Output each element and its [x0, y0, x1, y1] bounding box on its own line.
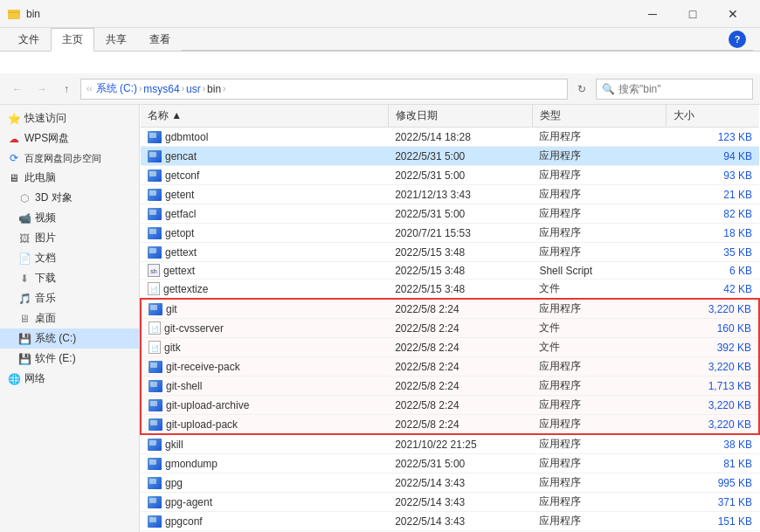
sidebar-label-pictures: 图片: [35, 231, 56, 245]
breadcrumb-chevron-2: ›: [182, 84, 184, 93]
sidebar-item-documents[interactable]: 📄 文档: [0, 248, 139, 268]
file-size: 42 KB: [667, 280, 759, 300]
file-date: 2021/10/22 21:25: [388, 434, 532, 454]
forward-button[interactable]: →: [31, 79, 52, 100]
sidebar-label-network: 网络: [24, 371, 45, 386]
table-row[interactable]: gmondump2022/5/31 5:00应用程序81 KB: [141, 454, 759, 473]
address-path-segment-3[interactable]: bin: [207, 83, 221, 95]
ribbon-content: [0, 51, 760, 73]
file-size: 3,220 KB: [667, 415, 759, 435]
tab-home[interactable]: 主页: [51, 28, 94, 52]
file-list-header: 名称 ▲ 修改日期 类型 大小: [141, 105, 759, 128]
table-row[interactable]: gkill2021/10/22 21:25应用程序38 KB: [141, 434, 759, 454]
col-header-type[interactable]: 类型: [532, 105, 666, 128]
col-header-date[interactable]: 修改日期: [388, 105, 532, 128]
address-path-segment-2[interactable]: usr: [186, 83, 201, 95]
table-row[interactable]: getent2021/12/13 3:43应用程序21 KB: [141, 185, 759, 204]
sidebar-item-music[interactable]: 🎵 音乐: [0, 288, 139, 308]
table-row[interactable]: gpgconf2022/5/14 3:43应用程序151 KB: [141, 512, 759, 531]
file-type: 应用程序: [532, 473, 666, 493]
search-box[interactable]: 🔍: [596, 79, 753, 100]
file-date: 2022/5/14 3:43: [388, 512, 532, 531]
refresh-button[interactable]: ↻: [571, 79, 592, 100]
table-row[interactable]: 📄gitk2022/5/8 2:24文件392 KB: [141, 338, 759, 357]
table-row[interactable]: shgettext2022/5/15 3:48Shell Script6 KB: [141, 262, 759, 280]
tab-share[interactable]: 共享: [94, 28, 138, 51]
sidebar-item-wps[interactable]: ☁ WPS网盘: [0, 128, 139, 149]
file-date: 2022/5/15 3:48: [388, 280, 532, 300]
sidebar-label-wps: WPS网盘: [24, 131, 69, 146]
table-row[interactable]: getfacl2022/5/31 5:00应用程序82 KB: [141, 204, 759, 224]
tab-file[interactable]: 文件: [7, 28, 51, 51]
search-input[interactable]: [618, 83, 747, 95]
sidebar-item-desktop[interactable]: 🖥 桌面: [0, 308, 139, 328]
sidebar-item-video[interactable]: 📹 视频: [0, 208, 139, 228]
back-button[interactable]: ←: [7, 79, 28, 100]
help-button[interactable]: ?: [729, 31, 746, 48]
address-path-box[interactable]: ‹‹ 系统 (C:) › msys64 › usr › bin ›: [80, 79, 568, 100]
sidebar-item-3dobjects[interactable]: ⬡ 3D 对象: [0, 188, 139, 208]
table-row[interactable]: 📄gettextize2022/5/15 3:48文件42 KB: [141, 280, 759, 300]
table-row[interactable]: gdbmtool2022/5/14 18:28应用程序123 KB: [141, 128, 759, 147]
file-type: 文件: [532, 338, 666, 357]
address-path-segment-1[interactable]: msys64: [143, 83, 179, 95]
file-type: 应用程序: [532, 377, 666, 396]
file-date: 2022/5/8 2:24: [388, 415, 532, 435]
file-name: git-upload-pack: [141, 415, 388, 435]
file-size: 81 KB: [667, 454, 759, 473]
table-row[interactable]: getopt2020/7/21 15:53应用程序18 KB: [141, 224, 759, 243]
file-type: 应用程序: [532, 166, 666, 185]
file-type: Shell Script: [532, 262, 666, 280]
sidebar-item-pictures[interactable]: 🖼 图片: [0, 228, 139, 248]
tab-view[interactable]: 查看: [138, 28, 182, 51]
sidebar-item-quickaccess[interactable]: ⭐ 快速访问: [0, 108, 139, 128]
file-date: 2022/5/31 5:00: [388, 147, 532, 166]
sidebar-label-baidu: 百度网盘同步空间: [24, 152, 101, 165]
col-header-size[interactable]: 大小: [667, 105, 759, 128]
maximize-button[interactable]: □: [673, 0, 713, 28]
network-icon: 🌐: [7, 372, 21, 386]
file-name: gdbmtool: [141, 128, 388, 147]
file-date: 2022/5/14 3:43: [388, 473, 532, 493]
table-row[interactable]: 📄git-cvsserver2022/5/8 2:24文件160 KB: [141, 319, 759, 338]
file-name: 📄git-cvsserver: [141, 319, 388, 338]
file-name: gpg: [141, 473, 388, 493]
file-date: 2022/5/31 5:00: [388, 204, 532, 224]
table-row[interactable]: git-upload-archive2022/5/8 2:24应用程序3,220…: [141, 396, 759, 415]
file-date: 2022/5/8 2:24: [388, 338, 532, 357]
address-chevron-left: ‹‹: [86, 84, 93, 93]
file-date: 2022/5/15 3:48: [388, 262, 532, 280]
close-button[interactable]: ✕: [713, 0, 753, 28]
table-row[interactable]: getconf2022/5/31 5:00应用程序93 KB: [141, 166, 759, 185]
sidebar-item-network[interactable]: 🌐 网络: [0, 369, 139, 389]
up-button[interactable]: ↑: [56, 79, 77, 100]
file-name: 📄gettextize: [141, 280, 388, 300]
sidebar-item-baidu[interactable]: ⟳ 百度网盘同步空间: [0, 149, 139, 168]
file-list-body: gdbmtool2022/5/14 18:28应用程序123 KB gencat…: [141, 128, 759, 533]
file-type: 应用程序: [532, 512, 666, 531]
file-name: git: [141, 299, 388, 319]
table-row[interactable]: git-receive-pack2022/5/8 2:24应用程序3,220 K…: [141, 357, 759, 377]
col-header-name[interactable]: 名称 ▲: [141, 105, 388, 128]
sidebar-item-systemc[interactable]: 💾 系统 (C:): [0, 328, 139, 349]
table-row[interactable]: gencat2022/5/31 5:00应用程序94 KB: [141, 147, 759, 166]
file-name: gmondump: [141, 454, 388, 473]
table-row[interactable]: gpg-agent2022/5/14 3:43应用程序371 KB: [141, 493, 759, 512]
file-date: 2020/7/21 15:53: [388, 224, 532, 243]
file-name: getconf: [141, 166, 388, 185]
file-size: 995 KB: [667, 473, 759, 493]
sidebar-item-softwaree[interactable]: 💾 软件 (E:): [0, 349, 139, 369]
address-path-segment-0[interactable]: 系统 (C:): [96, 81, 137, 96]
table-row[interactable]: git2022/5/8 2:24应用程序3,220 KB: [141, 299, 759, 319]
file-date: 2022/5/15 3:48: [388, 243, 532, 262]
file-size: 160 KB: [667, 319, 759, 338]
table-row[interactable]: git-shell2022/5/8 2:24应用程序1,713 KB: [141, 377, 759, 396]
minimize-button[interactable]: ─: [632, 0, 673, 28]
sidebar-item-downloads[interactable]: ⬇ 下载: [0, 268, 139, 288]
sidebar-item-thispc[interactable]: 🖥 此电脑: [0, 168, 139, 188]
table-row[interactable]: git-upload-pack2022/5/8 2:24应用程序3,220 KB: [141, 415, 759, 435]
file-name: gencat: [141, 147, 388, 166]
table-row[interactable]: gpg2022/5/14 3:43应用程序995 KB: [141, 473, 759, 493]
table-row[interactable]: gettext2022/5/15 3:48应用程序35 KB: [141, 243, 759, 262]
file-type: 应用程序: [532, 128, 666, 147]
